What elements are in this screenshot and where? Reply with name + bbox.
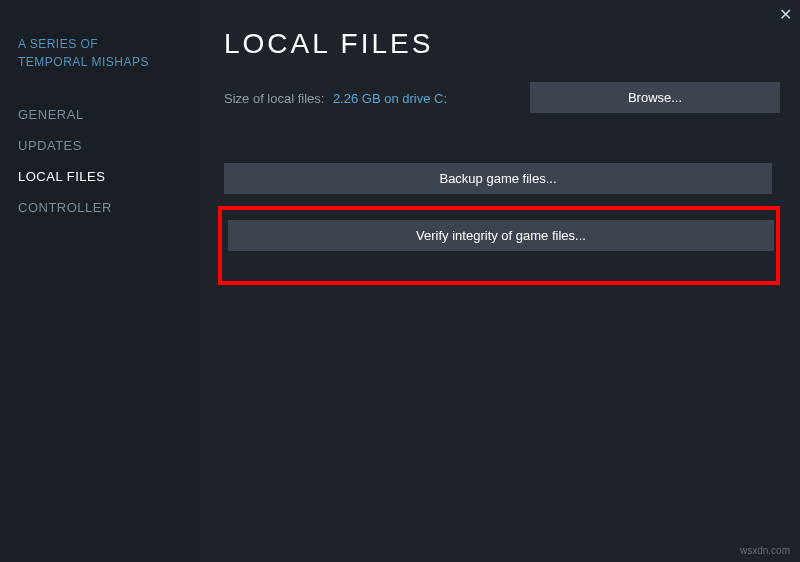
sidebar: A SERIES OF TEMPORAL MISHAPS GENERAL UPD… xyxy=(0,0,200,562)
backup-button[interactable]: Backup game files... xyxy=(224,163,772,194)
game-title: A SERIES OF TEMPORAL MISHAPS xyxy=(18,35,200,71)
verify-integrity-button[interactable]: Verify integrity of game files... xyxy=(228,220,774,251)
browse-button[interactable]: Browse... xyxy=(530,82,780,113)
page-title: LOCAL FILES xyxy=(224,28,780,60)
info-row: Size of local files: 2.26 GB on drive C:… xyxy=(224,82,780,113)
close-icon[interactable]: ✕ xyxy=(779,5,792,24)
sidebar-item-updates[interactable]: UPDATES xyxy=(18,130,200,161)
main-content: LOCAL FILES Size of local files: 2.26 GB… xyxy=(224,20,780,285)
size-value-link[interactable]: 2.26 GB on drive C: xyxy=(333,91,447,106)
sidebar-item-local-files[interactable]: LOCAL FILES xyxy=(18,161,200,192)
highlight-annotation: Verify integrity of game files... xyxy=(218,206,780,285)
size-label: Size of local files: xyxy=(224,91,324,106)
watermark: wsxdn.com xyxy=(740,545,790,556)
sidebar-item-controller[interactable]: CONTROLLER xyxy=(18,192,200,223)
sidebar-item-general[interactable]: GENERAL xyxy=(18,99,200,130)
